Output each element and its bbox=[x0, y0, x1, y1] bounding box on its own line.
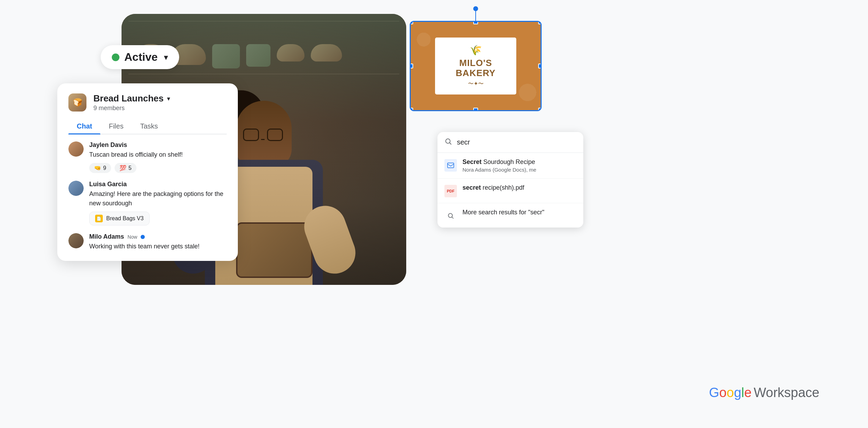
chat-card: 🍞 Bread Launches ▾ 9 members Chat Files … bbox=[57, 83, 238, 261]
tab-files[interactable]: Files bbox=[100, 119, 132, 134]
chat-title: Bread Launches bbox=[93, 93, 164, 104]
search-result-content: secret recipe(shh).pdf bbox=[462, 184, 524, 192]
search-result-content: Secret Sourdough Recipe Nora Adams (Goog… bbox=[462, 158, 536, 173]
chat-tabs: Chat Files Tasks bbox=[68, 119, 227, 134]
avatar bbox=[68, 141, 84, 157]
chat-messages: Jaylen Davis Tuscan bread is officially … bbox=[68, 141, 227, 251]
message-author: Luisa Garcia bbox=[89, 181, 227, 188]
selection-handle-tr bbox=[538, 21, 542, 24]
workspace-label: Workspace bbox=[754, 385, 819, 400]
selection-handle-bl bbox=[410, 108, 413, 111]
active-status-pill[interactable]: Active ▾ bbox=[101, 45, 179, 69]
message-timestamp: Now bbox=[127, 234, 137, 240]
reaction-fist[interactable]: 🤜9 bbox=[89, 163, 111, 173]
more-results-label: More search results for "secr" bbox=[462, 209, 544, 216]
search-result-more[interactable]: More search results for "secr" bbox=[437, 203, 583, 228]
message-text: Tuscan bread is officially on shelf! bbox=[89, 150, 227, 159]
active-chevron-icon: ▾ bbox=[164, 52, 168, 62]
result-subtitle: Nora Adams (Google Docs), me bbox=[462, 167, 536, 173]
result-title: secret recipe(shh).pdf bbox=[462, 184, 524, 191]
selection-handle-ml bbox=[410, 64, 413, 68]
search-input-row: secr bbox=[437, 132, 583, 153]
selection-line bbox=[475, 10, 476, 21]
mail-icon bbox=[444, 159, 457, 172]
online-indicator bbox=[141, 235, 145, 239]
search-result-item[interactable]: PDF secret recipe(shh).pdf bbox=[437, 179, 583, 203]
chat-members-count: 9 members bbox=[93, 105, 170, 112]
bakery-wheat-icon: 🌾 bbox=[470, 44, 482, 56]
svg-line-4 bbox=[452, 217, 453, 219]
avatar bbox=[68, 233, 84, 248]
message-author: Jaylen Davis bbox=[89, 141, 227, 149]
google-logo-text: Google bbox=[709, 385, 752, 400]
active-status-dot bbox=[112, 54, 119, 61]
selection-handle-br bbox=[538, 108, 542, 111]
reaction-100[interactable]: 💯5 bbox=[115, 163, 136, 173]
result-title: Secret Sourdough Recipe bbox=[462, 158, 536, 166]
bakery-logo-card[interactable]: 🌾 MILO'S BAKERY 〜✦〜 bbox=[410, 21, 542, 111]
bakery-name: MILO'S BAKERY bbox=[456, 58, 496, 78]
search-query[interactable]: secr bbox=[457, 138, 470, 146]
tab-chat[interactable]: Chat bbox=[68, 119, 100, 134]
attachment-pill[interactable]: 📄 Bread Bags V3 bbox=[89, 212, 150, 225]
selection-handle-tl bbox=[410, 21, 413, 24]
group-avatar: 🍞 bbox=[68, 93, 86, 112]
chat-dropdown-icon[interactable]: ▾ bbox=[167, 95, 170, 102]
attachment-label: Bread Bags V3 bbox=[106, 215, 144, 222]
message-author: Milo Adams Now bbox=[89, 233, 227, 240]
bakery-card: 🌾 MILO'S BAKERY 〜✦〜 bbox=[410, 21, 542, 111]
selection-handle-bm bbox=[473, 108, 478, 111]
bakery-inner-card: 🌾 MILO'S BAKERY 〜✦〜 bbox=[434, 36, 517, 96]
search-icon bbox=[444, 138, 452, 147]
message-reactions: 🤜9 💯5 bbox=[89, 163, 227, 173]
google-workspace-branding: Google Workspace bbox=[709, 385, 819, 400]
active-status-label: Active bbox=[124, 51, 158, 64]
selection-handle-tm bbox=[473, 21, 478, 24]
tab-tasks[interactable]: Tasks bbox=[132, 119, 166, 134]
avatar bbox=[68, 181, 84, 196]
attachment-icon: 📄 bbox=[95, 215, 103, 222]
svg-line-1 bbox=[450, 143, 451, 144]
message-item: Milo Adams Now Working with this team ne… bbox=[68, 233, 227, 251]
search-more-icon bbox=[444, 209, 457, 222]
search-dropdown: secr Secret Sourdough Recipe Nora Adams … bbox=[437, 132, 583, 228]
message-text: Working with this team never gets stale! bbox=[89, 242, 227, 251]
search-result-content: More search results for "secr" bbox=[462, 209, 544, 216]
message-text: Amazing! Here are the packaging options … bbox=[89, 189, 227, 208]
svg-rect-2 bbox=[448, 163, 454, 168]
message-item: Jaylen Davis Tuscan bread is officially … bbox=[68, 141, 227, 173]
bakery-wheat-decoration: 〜✦〜 bbox=[468, 80, 484, 88]
pdf-icon: PDF bbox=[444, 185, 457, 197]
search-result-item[interactable]: Secret Sourdough Recipe Nora Adams (Goog… bbox=[437, 153, 583, 179]
selection-handle-mr bbox=[538, 64, 542, 68]
message-item: Luisa Garcia Amazing! Here are the packa… bbox=[68, 181, 227, 225]
